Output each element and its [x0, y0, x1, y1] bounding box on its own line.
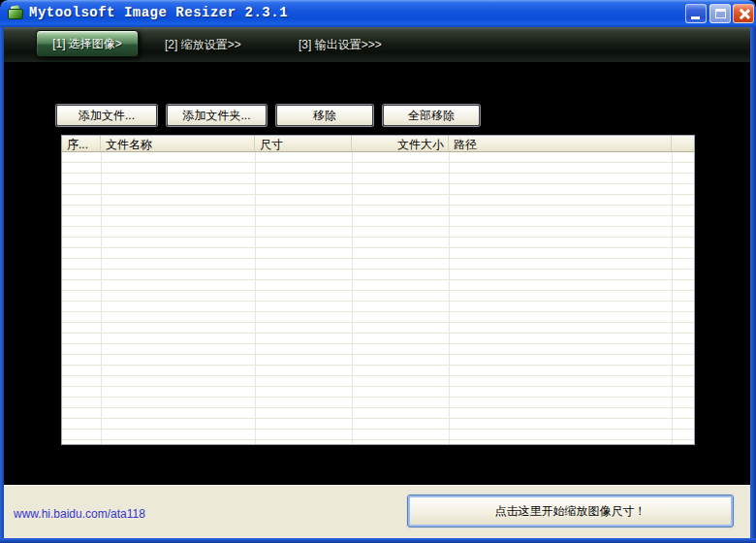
- table-body-empty[interactable]: [62, 152, 694, 444]
- file-list-table[interactable]: 序... 文件名称 尺寸 文件大小 路径: [61, 135, 695, 445]
- add-folder-button[interactable]: 添加文件夹...: [167, 105, 267, 126]
- column-header-path[interactable]: 路径: [449, 136, 672, 151]
- bottom-panel: www.hi.baidu.com/ata118 点击这里开始缩放图像尺寸！: [4, 485, 750, 538]
- minimize-icon: [691, 16, 700, 19]
- app-icon-body: [8, 9, 23, 19]
- window-border-right: [750, 27, 756, 543]
- grid-line: [101, 152, 102, 444]
- grid-line: [672, 152, 673, 444]
- maximize-button[interactable]: [709, 4, 731, 23]
- table-header-row: 序... 文件名称 尺寸 文件大小 路径: [62, 136, 694, 152]
- tab-resize-settings[interactable]: [2] 缩放设置>>: [165, 27, 241, 62]
- step-tab-bar: [1] 选择图像> [2] 缩放设置>> [3] 输出设置>>>: [0, 27, 756, 62]
- close-button[interactable]: [733, 4, 754, 23]
- tab-select-images[interactable]: [1] 选择图像>: [36, 30, 139, 57]
- column-header-filename[interactable]: 文件名称: [101, 136, 255, 151]
- remove-all-button[interactable]: 全部移除: [383, 105, 480, 126]
- column-header-dimensions[interactable]: 尺寸: [255, 136, 352, 151]
- column-header-index[interactable]: 序...: [62, 136, 101, 151]
- add-files-button[interactable]: 添加文件...: [56, 105, 157, 126]
- title-bar: Mytoolsoft Image Resizer 2.3.1: [0, 0, 756, 27]
- window-border-left: [0, 27, 4, 543]
- homepage-link[interactable]: www.hi.baidu.com/ata118: [14, 507, 145, 521]
- grid-line: [255, 152, 256, 444]
- app-window: Mytoolsoft Image Resizer 2.3.1 [1] 选择图像>…: [0, 0, 756, 543]
- remove-button[interactable]: 移除: [276, 105, 373, 126]
- window-border-bottom: [0, 538, 756, 543]
- window-title: Mytoolsoft Image Resizer 2.3.1: [29, 5, 288, 20]
- column-header-filler: [672, 136, 694, 151]
- app-icon: [7, 5, 24, 21]
- grid-line: [352, 152, 353, 444]
- minimize-button[interactable]: [685, 4, 707, 23]
- start-resize-button[interactable]: 点击这里开始缩放图像尺寸！: [407, 495, 734, 527]
- column-header-filesize[interactable]: 文件大小: [352, 136, 449, 151]
- grid-line: [449, 152, 450, 444]
- maximize-icon: [715, 9, 726, 18]
- tab-output-settings[interactable]: [3] 输出设置>>>: [299, 27, 382, 62]
